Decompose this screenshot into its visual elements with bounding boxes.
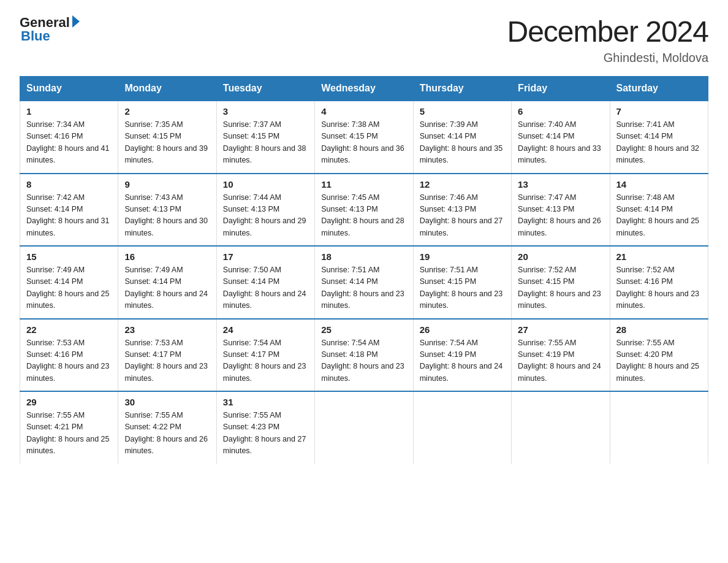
calendar-cell: 1Sunrise: 7:34 AMSunset: 4:16 PMDaylight… — [20, 101, 118, 174]
day-number: 16 — [124, 251, 210, 262]
calendar-cell: 10Sunrise: 7:44 AMSunset: 4:13 PMDayligh… — [216, 174, 314, 247]
day-info: Sunrise: 7:50 AMSunset: 4:14 PMDaylight:… — [223, 264, 308, 312]
day-info: Sunrise: 7:53 AMSunset: 4:16 PMDaylight:… — [26, 337, 112, 385]
calendar-table: SundayMondayTuesdayWednesdayThursdayFrid… — [20, 76, 708, 464]
calendar-cell: 2Sunrise: 7:35 AMSunset: 4:15 PMDaylight… — [118, 101, 216, 174]
calendar-cell: 7Sunrise: 7:41 AMSunset: 4:14 PMDaylight… — [610, 101, 708, 174]
calendar-cell: 4Sunrise: 7:38 AMSunset: 4:15 PMDaylight… — [315, 101, 413, 174]
day-number: 20 — [518, 251, 603, 262]
logo-blue-text: Blue — [20, 28, 50, 44]
calendar-cell: 15Sunrise: 7:49 AMSunset: 4:14 PMDayligh… — [20, 246, 118, 319]
calendar-cell: 22Sunrise: 7:53 AMSunset: 4:16 PMDayligh… — [20, 319, 118, 392]
location-title: Ghindesti, Moldova — [507, 51, 708, 65]
calendar-cell: 13Sunrise: 7:47 AMSunset: 4:13 PMDayligh… — [512, 174, 610, 247]
column-header-friday: Friday — [512, 77, 610, 101]
day-info: Sunrise: 7:46 AMSunset: 4:13 PMDaylight:… — [420, 192, 505, 240]
day-info: Sunrise: 7:55 AMSunset: 4:21 PMDaylight:… — [26, 410, 112, 458]
calendar-cell: 23Sunrise: 7:53 AMSunset: 4:17 PMDayligh… — [118, 319, 216, 392]
day-info: Sunrise: 7:54 AMSunset: 4:17 PMDaylight:… — [223, 337, 308, 385]
calendar-week-row: 8Sunrise: 7:42 AMSunset: 4:14 PMDaylight… — [20, 174, 708, 247]
calendar-cell: 9Sunrise: 7:43 AMSunset: 4:13 PMDaylight… — [118, 174, 216, 247]
day-number: 9 — [124, 179, 210, 190]
day-number: 25 — [321, 324, 406, 335]
day-info: Sunrise: 7:37 AMSunset: 4:15 PMDaylight:… — [223, 119, 308, 167]
calendar-cell: 24Sunrise: 7:54 AMSunset: 4:17 PMDayligh… — [216, 319, 314, 392]
day-info: Sunrise: 7:55 AMSunset: 4:19 PMDaylight:… — [518, 337, 603, 385]
day-info: Sunrise: 7:38 AMSunset: 4:15 PMDaylight:… — [321, 119, 406, 167]
column-header-sunday: Sunday — [20, 77, 118, 101]
calendar-cell: 18Sunrise: 7:51 AMSunset: 4:14 PMDayligh… — [315, 246, 413, 319]
day-number: 19 — [420, 251, 505, 262]
calendar-week-row: 29Sunrise: 7:55 AMSunset: 4:21 PMDayligh… — [20, 391, 708, 464]
day-number: 5 — [420, 106, 505, 117]
day-info: Sunrise: 7:55 AMSunset: 4:23 PMDaylight:… — [223, 410, 308, 458]
day-number: 26 — [420, 324, 505, 335]
day-number: 1 — [26, 106, 112, 117]
calendar-cell: 12Sunrise: 7:46 AMSunset: 4:13 PMDayligh… — [413, 174, 511, 247]
calendar-cell: 27Sunrise: 7:55 AMSunset: 4:19 PMDayligh… — [512, 319, 610, 392]
day-number: 24 — [223, 324, 308, 335]
day-info: Sunrise: 7:39 AMSunset: 4:14 PMDaylight:… — [420, 119, 505, 167]
day-number: 8 — [26, 179, 112, 190]
column-header-saturday: Saturday — [610, 77, 708, 101]
day-number: 17 — [223, 251, 308, 262]
day-info: Sunrise: 7:54 AMSunset: 4:19 PMDaylight:… — [420, 337, 505, 385]
column-header-monday: Monday — [118, 77, 216, 101]
calendar-cell: 20Sunrise: 7:52 AMSunset: 4:15 PMDayligh… — [512, 246, 610, 319]
column-header-thursday: Thursday — [413, 77, 511, 101]
day-number: 12 — [420, 179, 505, 190]
day-info: Sunrise: 7:35 AMSunset: 4:15 PMDaylight:… — [124, 119, 210, 167]
day-info: Sunrise: 7:49 AMSunset: 4:14 PMDaylight:… — [26, 264, 112, 312]
calendar-week-row: 1Sunrise: 7:34 AMSunset: 4:16 PMDaylight… — [20, 101, 708, 174]
day-number: 11 — [321, 179, 406, 190]
day-number: 4 — [321, 106, 406, 117]
day-info: Sunrise: 7:47 AMSunset: 4:13 PMDaylight:… — [518, 192, 603, 240]
day-info: Sunrise: 7:49 AMSunset: 4:14 PMDaylight:… — [124, 264, 210, 312]
calendar-cell: 3Sunrise: 7:37 AMSunset: 4:15 PMDaylight… — [216, 101, 314, 174]
calendar-cell: 11Sunrise: 7:45 AMSunset: 4:13 PMDayligh… — [315, 174, 413, 247]
day-number: 2 — [124, 106, 210, 117]
calendar-cell: 16Sunrise: 7:49 AMSunset: 4:14 PMDayligh… — [118, 246, 216, 319]
calendar-cell: 25Sunrise: 7:54 AMSunset: 4:18 PMDayligh… — [315, 319, 413, 392]
calendar-cell: 28Sunrise: 7:55 AMSunset: 4:20 PMDayligh… — [610, 319, 708, 392]
column-header-wednesday: Wednesday — [315, 77, 413, 101]
day-number: 6 — [518, 106, 603, 117]
day-info: Sunrise: 7:41 AMSunset: 4:14 PMDaylight:… — [616, 119, 702, 167]
day-info: Sunrise: 7:51 AMSunset: 4:15 PMDaylight:… — [420, 264, 505, 312]
calendar-cell: 31Sunrise: 7:55 AMSunset: 4:23 PMDayligh… — [216, 391, 314, 464]
day-number: 13 — [518, 179, 603, 190]
title-block: December 2024 Ghindesti, Moldova — [507, 15, 708, 65]
page-header: General Blue December 2024 Ghindesti, Mo… — [20, 15, 708, 65]
calendar-cell: 30Sunrise: 7:55 AMSunset: 4:22 PMDayligh… — [118, 391, 216, 464]
logo-triangle-icon — [72, 15, 80, 28]
calendar-cell — [413, 391, 511, 464]
calendar-cell — [315, 391, 413, 464]
calendar-cell — [512, 391, 610, 464]
calendar-cell: 19Sunrise: 7:51 AMSunset: 4:15 PMDayligh… — [413, 246, 511, 319]
calendar-week-row: 22Sunrise: 7:53 AMSunset: 4:16 PMDayligh… — [20, 319, 708, 392]
calendar-cell — [610, 391, 708, 464]
day-number: 18 — [321, 251, 406, 262]
day-info: Sunrise: 7:34 AMSunset: 4:16 PMDaylight:… — [26, 119, 112, 167]
day-number: 22 — [26, 324, 112, 335]
day-info: Sunrise: 7:55 AMSunset: 4:22 PMDaylight:… — [124, 410, 210, 458]
day-number: 29 — [26, 397, 112, 407]
day-info: Sunrise: 7:48 AMSunset: 4:14 PMDaylight:… — [616, 192, 702, 240]
calendar-cell: 17Sunrise: 7:50 AMSunset: 4:14 PMDayligh… — [216, 246, 314, 319]
day-info: Sunrise: 7:53 AMSunset: 4:17 PMDaylight:… — [124, 337, 210, 385]
day-info: Sunrise: 7:54 AMSunset: 4:18 PMDaylight:… — [321, 337, 406, 385]
day-info: Sunrise: 7:52 AMSunset: 4:16 PMDaylight:… — [616, 264, 702, 312]
day-info: Sunrise: 7:42 AMSunset: 4:14 PMDaylight:… — [26, 192, 112, 240]
calendar-body: 1Sunrise: 7:34 AMSunset: 4:16 PMDaylight… — [20, 101, 708, 464]
day-info: Sunrise: 7:52 AMSunset: 4:15 PMDaylight:… — [518, 264, 603, 312]
day-number: 21 — [616, 251, 702, 262]
day-info: Sunrise: 7:45 AMSunset: 4:13 PMDaylight:… — [321, 192, 406, 240]
day-info: Sunrise: 7:55 AMSunset: 4:20 PMDaylight:… — [616, 337, 702, 385]
calendar-cell: 21Sunrise: 7:52 AMSunset: 4:16 PMDayligh… — [610, 246, 708, 319]
day-number: 10 — [223, 179, 308, 190]
day-number: 3 — [223, 106, 308, 117]
day-number: 27 — [518, 324, 603, 335]
calendar-cell: 8Sunrise: 7:42 AMSunset: 4:14 PMDaylight… — [20, 174, 118, 247]
day-number: 15 — [26, 251, 112, 262]
day-number: 31 — [223, 397, 308, 407]
